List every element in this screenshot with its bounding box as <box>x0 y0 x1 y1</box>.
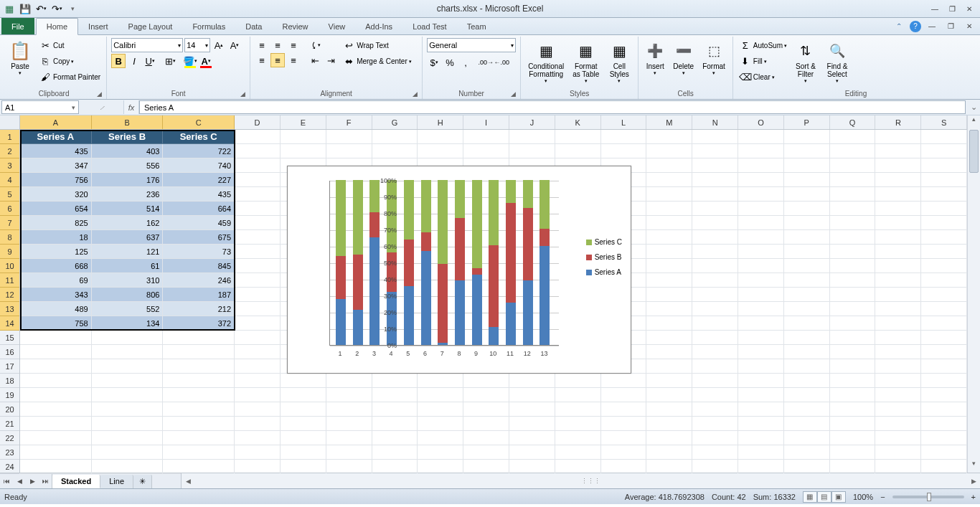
cell[interactable] <box>463 431 509 445</box>
cell[interactable] <box>875 245 921 259</box>
cell[interactable] <box>921 130 967 144</box>
cell[interactable] <box>372 445 418 460</box>
cell[interactable] <box>92 388 164 402</box>
select-all-button[interactable] <box>0 115 20 130</box>
cell[interactable] <box>692 259 738 273</box>
row-header[interactable]: 24 <box>0 460 19 474</box>
currency-icon[interactable]: $▾ <box>427 55 441 70</box>
cell[interactable]: 722 <box>163 144 235 158</box>
cell[interactable] <box>875 417 921 431</box>
align-right-icon[interactable]: ≡ <box>286 53 301 67</box>
cell[interactable] <box>784 144 830 158</box>
cell[interactable] <box>235 173 281 187</box>
cell[interactable] <box>784 130 830 144</box>
cell[interactable] <box>738 374 784 388</box>
cell[interactable] <box>163 445 235 460</box>
cell[interactable] <box>784 445 830 460</box>
cell[interactable] <box>692 445 738 460</box>
cell[interactable] <box>921 216 967 230</box>
row-header[interactable]: 16 <box>0 345 19 359</box>
sort-filter-button[interactable]: ⇅Sort & Filter▾ <box>791 38 820 85</box>
cell[interactable] <box>784 202 830 216</box>
cell[interactable] <box>830 216 876 230</box>
cell[interactable] <box>509 388 555 402</box>
cell[interactable]: 18 <box>20 230 92 245</box>
cell[interactable] <box>738 130 784 144</box>
cell[interactable] <box>830 388 876 402</box>
cell[interactable] <box>738 158 784 173</box>
workbook-restore-icon[interactable]: ❐ <box>943 21 958 32</box>
cell[interactable] <box>235 187 281 202</box>
cell[interactable] <box>235 316 281 331</box>
cell[interactable] <box>921 288 967 302</box>
insert-cells-button[interactable]: ➕Insert▾ <box>643 38 667 77</box>
cell[interactable] <box>738 173 784 187</box>
format-cells-button[interactable]: ⬚Format▾ <box>699 38 728 77</box>
cell[interactable] <box>601 144 647 158</box>
cell[interactable]: 675 <box>163 230 235 245</box>
cell[interactable] <box>830 302 876 316</box>
cell[interactable] <box>326 130 372 144</box>
cell[interactable]: 246 <box>163 273 235 288</box>
cell[interactable] <box>646 259 692 273</box>
cell[interactable] <box>921 331 967 345</box>
cell[interactable] <box>326 374 372 388</box>
column-header[interactable]: A <box>20 115 92 129</box>
cell[interactable] <box>921 273 967 288</box>
help-icon[interactable]: ? <box>910 21 921 32</box>
cell[interactable] <box>784 288 830 302</box>
cell[interactable] <box>601 445 647 460</box>
cell[interactable] <box>281 130 326 144</box>
save-icon[interactable]: 💾 <box>19 2 32 15</box>
cell[interactable] <box>326 445 372 460</box>
name-box[interactable]: A1▾ <box>1 100 79 114</box>
cell[interactable] <box>601 388 647 402</box>
cell[interactable] <box>692 187 738 202</box>
cell[interactable] <box>646 402 692 417</box>
cell[interactable] <box>738 402 784 417</box>
cell[interactable] <box>692 331 738 345</box>
cell[interactable] <box>646 431 692 445</box>
row-header[interactable]: 8 <box>0 230 19 245</box>
conditional-formatting-button[interactable]: ▦Conditional Formatting▾ <box>525 38 567 85</box>
cell[interactable] <box>738 316 784 331</box>
cell[interactable] <box>830 460 876 474</box>
cell[interactable] <box>418 460 463 474</box>
cell[interactable] <box>921 445 967 460</box>
tab-home[interactable]: Home <box>36 18 78 35</box>
cell[interactable] <box>646 273 692 288</box>
cell[interactable]: 806 <box>92 288 164 302</box>
dialog-launcher-icon[interactable]: ◢ <box>511 90 516 98</box>
cell[interactable] <box>830 431 876 445</box>
cell[interactable] <box>646 187 692 202</box>
cell[interactable]: 134 <box>92 316 164 331</box>
cell[interactable] <box>601 417 647 431</box>
paste-button[interactable]: 📋 Paste ▾ <box>6 38 34 77</box>
cell[interactable] <box>20 331 92 345</box>
cell[interactable]: 320 <box>20 187 92 202</box>
insert-function-button[interactable]: fx <box>123 100 139 114</box>
scroll-up-icon[interactable]: ▴ <box>968 115 980 128</box>
cell[interactable] <box>830 158 876 173</box>
horizontal-scrollbar[interactable]: ◀ ⋮⋮⋮ ▶ <box>181 473 980 488</box>
cell[interactable] <box>163 431 235 445</box>
cell[interactable] <box>784 331 830 345</box>
cell[interactable] <box>692 158 738 173</box>
cell[interactable] <box>235 331 281 345</box>
delete-cells-button[interactable]: ➖Delete▾ <box>670 38 697 77</box>
cell[interactable] <box>784 460 830 474</box>
cell[interactable] <box>326 388 372 402</box>
cell[interactable] <box>463 130 509 144</box>
cell[interactable] <box>784 230 830 245</box>
cell[interactable] <box>509 460 555 474</box>
cell[interactable] <box>875 388 921 402</box>
chevron-down-icon[interactable]: ▾ <box>72 104 75 111</box>
cell[interactable] <box>92 431 164 445</box>
cell[interactable]: 403 <box>92 144 164 158</box>
cell[interactable] <box>738 359 784 374</box>
cell[interactable]: 435 <box>20 144 92 158</box>
cell[interactable] <box>281 388 326 402</box>
cell[interactable] <box>784 431 830 445</box>
cell[interactable] <box>921 259 967 273</box>
cell[interactable] <box>163 359 235 374</box>
